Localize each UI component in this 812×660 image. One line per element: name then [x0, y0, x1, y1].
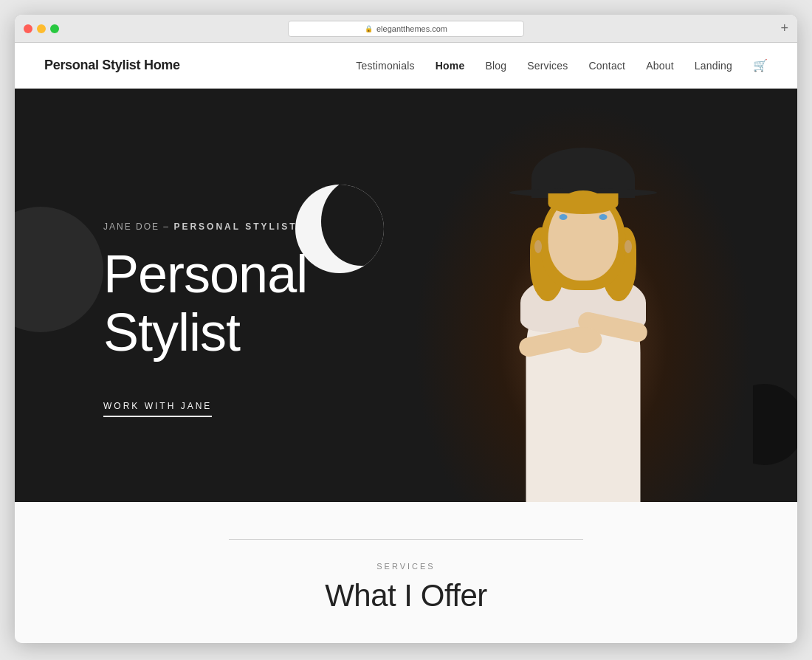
hero-circle-left — [15, 207, 103, 332]
lock-icon: 🔒 — [365, 25, 373, 32]
address-bar[interactable]: 🔒 elegantthemes.com — [288, 21, 524, 37]
site-logo[interactable]: Personal Stylist Home — [44, 58, 180, 73]
services-section: SERVICES What I Offer — [15, 502, 797, 643]
traffic-lights — [24, 24, 59, 33]
new-tab-button[interactable]: + — [780, 21, 788, 36]
nav-testimonials[interactable]: Testimonials — [356, 60, 414, 72]
nav-blog[interactable]: Blog — [485, 60, 506, 72]
hero-title-line2: Stylist — [103, 303, 240, 362]
nav-about[interactable]: About — [646, 60, 674, 72]
site-nav: Testimonials Home Blog Services Contact … — [356, 58, 768, 72]
nav-contact[interactable]: Contact — [589, 60, 626, 72]
hero-person-image — [413, 103, 753, 502]
hero-subtitle-plain: JANE DOE – — [103, 221, 170, 232]
nav-services[interactable]: Services — [527, 60, 568, 72]
hero-title: Personal Stylist — [103, 245, 307, 362]
cart-icon[interactable]: 🛒 — [753, 59, 768, 72]
hero-content: JANE DOE – PERSONAL STYLIST Personal Sty… — [103, 221, 307, 417]
services-title: What I Offer — [44, 578, 768, 613]
browser-window: 🔒 elegantthemes.com + Personal Stylist H… — [15, 15, 797, 643]
services-divider — [229, 539, 583, 540]
hero-section: JANE DOE – PERSONAL STYLIST Personal Sty… — [15, 89, 797, 502]
services-label: SERVICES — [44, 562, 768, 571]
address-text: elegantthemes.com — [376, 24, 447, 33]
minimize-button[interactable] — [37, 24, 46, 33]
hero-subtitle-bold: PERSONAL STYLIST — [173, 221, 297, 232]
hero-cta-button[interactable]: WORK WITH JANE — [103, 401, 212, 417]
hero-moon — [295, 185, 384, 273]
site-header: Personal Stylist Home Testimonials Home … — [15, 43, 797, 89]
nav-landing[interactable]: Landing — [695, 60, 732, 72]
nav-home[interactable]: Home — [436, 60, 465, 72]
close-button[interactable] — [24, 24, 32, 33]
browser-titlebar: 🔒 elegantthemes.com + — [15, 15, 797, 43]
hero-title-line1: Personal — [103, 244, 307, 303]
maximize-button[interactable] — [50, 24, 59, 33]
hero-subtitle: JANE DOE – PERSONAL STYLIST — [103, 221, 307, 232]
